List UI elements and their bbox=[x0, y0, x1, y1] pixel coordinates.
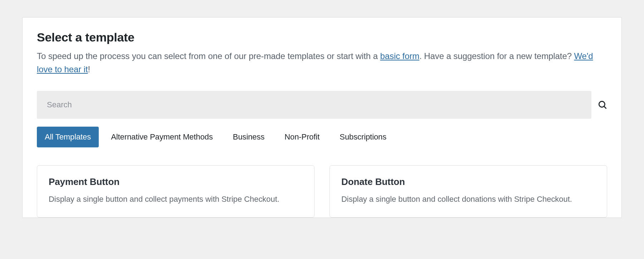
template-card-donate-button[interactable]: Donate Button Display a single button an… bbox=[330, 165, 607, 218]
card-title: Payment Button bbox=[49, 176, 303, 187]
tab-alternative-payment-methods[interactable]: Alternative Payment Methods bbox=[103, 127, 221, 147]
card-title: Donate Button bbox=[341, 176, 595, 187]
page-title: Select a template bbox=[37, 30, 607, 44]
basic-form-link[interactable]: basic form bbox=[380, 51, 420, 61]
page-subtitle: To speed up the process you can select f… bbox=[37, 49, 607, 76]
search-input[interactable] bbox=[37, 91, 591, 119]
tab-subscriptions[interactable]: Subscriptions bbox=[332, 127, 394, 147]
search-row bbox=[37, 91, 607, 119]
template-cards: Payment Button Display a single button a… bbox=[37, 165, 607, 218]
category-tabs: All Templates Alternative Payment Method… bbox=[37, 127, 607, 147]
search-icon[interactable] bbox=[598, 100, 607, 109]
template-card-payment-button[interactable]: Payment Button Display a single button a… bbox=[37, 165, 314, 218]
card-description: Display a single button and collect paym… bbox=[49, 193, 303, 205]
tab-all-templates[interactable]: All Templates bbox=[37, 127, 99, 147]
template-selection-panel: Select a template To speed up the proces… bbox=[22, 17, 622, 218]
subtitle-text-2: . Have a suggestion for a new template? bbox=[419, 51, 574, 61]
card-description: Display a single button and collect dona… bbox=[341, 193, 595, 205]
subtitle-text-3: ! bbox=[88, 64, 91, 74]
tab-business[interactable]: Business bbox=[225, 127, 272, 147]
svg-line-1 bbox=[604, 107, 606, 108]
tab-non-profit[interactable]: Non-Profit bbox=[277, 127, 327, 147]
subtitle-text-1: To speed up the process you can select f… bbox=[37, 51, 380, 61]
